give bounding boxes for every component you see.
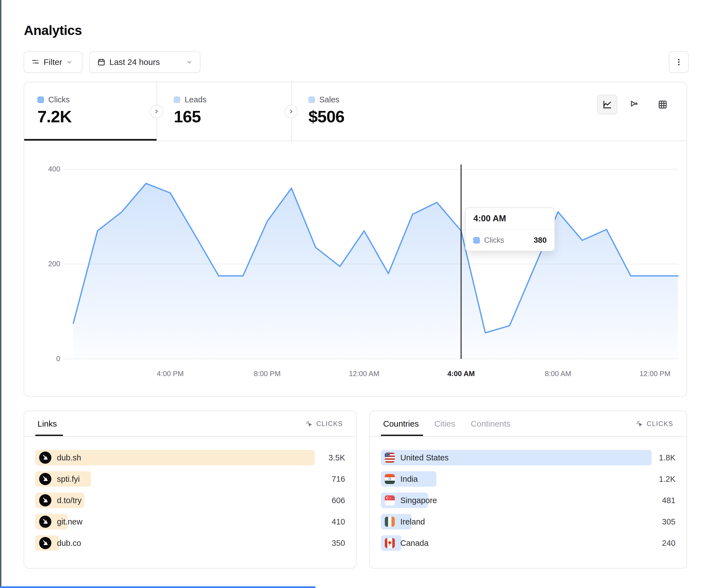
link-row[interactable]: spti.fyi 716: [35, 471, 345, 487]
flag-us-icon: [385, 453, 395, 462]
kebab-menu-icon: [675, 58, 683, 66]
tab-cities[interactable]: Cities: [434, 419, 455, 429]
country-name: Canada: [400, 539, 429, 548]
line-chart-view-button[interactable]: [597, 95, 617, 115]
link-row[interactable]: d.to/try 606: [35, 493, 345, 508]
metric-header-label: CLICKS: [316, 420, 343, 428]
next-metric-button[interactable]: [150, 105, 163, 118]
tooltip-value: 380: [534, 236, 547, 245]
calendar-icon: [97, 58, 106, 66]
links-metric-header[interactable]: CLICKS: [305, 420, 343, 428]
leads-marker-icon: [174, 96, 180, 103]
links-list: dub.sh 3.5K spti.fyi 716: [35, 450, 345, 557]
table-view-button[interactable]: [653, 95, 673, 115]
chevron-right-icon: [153, 109, 159, 115]
click-count: 305: [662, 514, 675, 529]
link-domain: spti.fyi: [57, 475, 80, 484]
dub-logo-avatar: [39, 516, 51, 528]
click-count: 3.5K: [328, 450, 345, 466]
y-axis-tick: 400: [30, 165, 60, 173]
click-count: 481: [662, 493, 675, 508]
link-row[interactable]: dub.sh 3.5K: [35, 450, 345, 466]
sales-marker-icon: [308, 96, 315, 103]
divider: [24, 436, 356, 436]
filter-button[interactable]: Filter: [24, 51, 83, 73]
clicks-area-chart[interactable]: [64, 163, 678, 362]
x-axis-tick: 8:00 AM: [536, 369, 580, 378]
filter-icon: [31, 58, 40, 66]
geo-metric-header[interactable]: CLICKS: [635, 420, 673, 428]
link-domain: dub.sh: [57, 453, 81, 462]
funnel-view-button[interactable]: [625, 95, 645, 115]
country-name: India: [400, 475, 418, 484]
filter-label: Filter: [44, 58, 62, 67]
country-name: Ireland: [400, 517, 425, 526]
chevron-down-icon: [186, 59, 193, 65]
link-row[interactable]: git.new 410: [35, 514, 345, 529]
analytics-page: Analytics Filter Last 24 hours: [0, 0, 711, 588]
click-count: 1.8K: [659, 450, 675, 466]
x-axis-tick: 4:00 PM: [148, 369, 192, 378]
x-axis-tick: 12:00 AM: [342, 369, 386, 378]
click-count: 240: [662, 535, 675, 551]
tab-sales[interactable]: Sales $506: [308, 82, 344, 141]
analytics-chart-card: Clicks 7.2K Leads 165 Sales $506: [24, 82, 687, 397]
country-row[interactable]: Ireland 305: [381, 514, 675, 529]
country-row[interactable]: United States 1.8K: [381, 450, 675, 466]
active-tab-indicator: [24, 139, 156, 141]
click-count: 716: [332, 471, 345, 487]
bottom-accent-line: [0, 586, 316, 588]
next-metric-button[interactable]: [284, 105, 298, 118]
area-fill: [73, 183, 678, 359]
clicks-marker-icon: [38, 96, 44, 103]
cursor-click-icon: [305, 420, 313, 428]
chart-view-switcher: [597, 95, 673, 115]
date-range-label: Last 24 hours: [109, 58, 160, 67]
x-axis-tick: 8:00 PM: [245, 369, 289, 378]
link-row[interactable]: dub.co 350: [35, 535, 345, 551]
country-name: United States: [400, 453, 449, 462]
left-panel-edge: [0, 0, 1, 588]
tab-countries[interactable]: Countries: [383, 419, 419, 429]
chevron-right-icon: [288, 109, 294, 115]
dub-logo-avatar: [39, 537, 51, 549]
tab-links[interactable]: Links: [38, 419, 57, 429]
click-count: 606: [332, 493, 345, 508]
links-card: Links CLICKS dub.sh 3.5K: [24, 410, 357, 569]
y-axis-tick: 0: [30, 355, 60, 363]
tab-leads[interactable]: Leads 165: [174, 82, 207, 141]
divider: [370, 436, 687, 436]
leads-total: 165: [174, 107, 207, 126]
country-row[interactable]: India 1.2K: [381, 471, 675, 487]
funnel-icon: [630, 99, 640, 110]
geo-card: Countries Cities Continents CLICKS: [369, 410, 687, 569]
country-name: Singapore: [400, 496, 437, 505]
grid-table-icon: [658, 99, 668, 110]
tooltip-time: 4:00 AM: [466, 208, 555, 230]
tab-clicks[interactable]: Clicks 7.2K: [38, 82, 72, 141]
link-domain: dub.co: [57, 539, 81, 548]
flag-canada-icon: [385, 538, 395, 548]
date-range-button[interactable]: Last 24 hours: [89, 51, 200, 73]
line-chart-icon: [602, 99, 612, 110]
metric-label: Clicks: [48, 95, 70, 104]
more-options-button[interactable]: [669, 51, 689, 73]
link-domain: git.new: [57, 517, 83, 526]
metric-tabs-row: Clicks 7.2K Leads 165 Sales $506: [24, 82, 687, 141]
metric-label: Leads: [185, 95, 207, 104]
flag-singapore-icon: [385, 495, 395, 505]
y-axis-tick: 200: [30, 259, 60, 268]
flag-india-icon: [385, 474, 395, 484]
page-title: Analytics: [24, 23, 82, 38]
cursor-click-icon: [635, 420, 643, 428]
chevron-down-icon: [66, 59, 73, 65]
x-axis-tick: 4:00 AM: [439, 369, 483, 378]
flag-ireland-icon: [385, 517, 395, 527]
country-row[interactable]: Singapore 481: [381, 493, 675, 508]
tab-continents[interactable]: Continents: [471, 419, 510, 429]
dub-logo-avatar: [39, 494, 51, 506]
clicks-marker-icon: [473, 237, 480, 244]
link-domain: d.to/try: [57, 496, 82, 505]
country-row[interactable]: Canada 240: [381, 535, 675, 551]
click-count: 410: [332, 514, 345, 529]
